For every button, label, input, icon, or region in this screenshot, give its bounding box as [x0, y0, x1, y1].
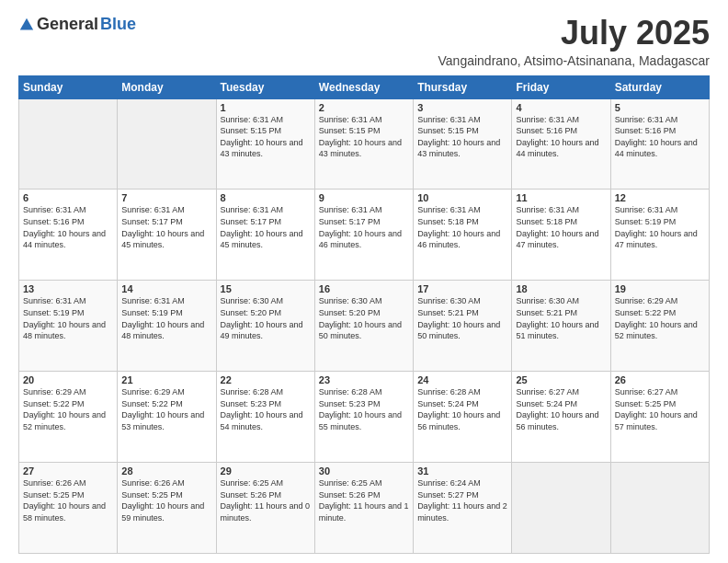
day-detail: Sunrise: 6:31 AM Sunset: 5:15 PM Dayligh…: [221, 114, 311, 160]
day-detail: Sunrise: 6:29 AM Sunset: 5:22 PM Dayligh…: [121, 386, 211, 432]
day-detail: Sunrise: 6:31 AM Sunset: 5:15 PM Dayligh…: [319, 114, 409, 160]
calendar-cell: 6Sunrise: 6:31 AM Sunset: 5:16 PM Daylig…: [19, 190, 118, 281]
day-number: 10: [417, 192, 507, 203]
calendar-cell: 1Sunrise: 6:31 AM Sunset: 5:15 PM Daylig…: [216, 98, 314, 190]
calendar-cell: 25Sunrise: 6:27 AM Sunset: 5:24 PM Dayli…: [512, 372, 610, 463]
calendar-header-tuesday: Tuesday: [216, 75, 314, 98]
day-number: 13: [23, 283, 113, 294]
main-title: July 2025: [438, 15, 710, 52]
calendar-cell: 15Sunrise: 6:30 AM Sunset: 5:20 PM Dayli…: [216, 281, 314, 372]
day-number: 18: [516, 283, 606, 294]
day-detail: Sunrise: 6:31 AM Sunset: 5:16 PM Dayligh…: [516, 114, 606, 160]
calendar-cell: 30Sunrise: 6:25 AM Sunset: 5:26 PM Dayli…: [314, 463, 413, 554]
day-number: 15: [221, 283, 311, 294]
day-number: 5: [615, 102, 705, 113]
day-number: 21: [121, 374, 211, 385]
day-detail: Sunrise: 6:30 AM Sunset: 5:21 PM Dayligh…: [516, 295, 606, 341]
day-number: 12: [615, 192, 705, 203]
day-number: 11: [516, 192, 606, 203]
calendar-cell: 14Sunrise: 6:31 AM Sunset: 5:19 PM Dayli…: [118, 281, 216, 372]
day-number: 19: [615, 283, 705, 294]
day-number: 22: [221, 374, 311, 385]
day-detail: Sunrise: 6:28 AM Sunset: 5:24 PM Dayligh…: [417, 386, 507, 432]
calendar-cell: 10Sunrise: 6:31 AM Sunset: 5:18 PM Dayli…: [414, 190, 512, 281]
calendar-cell: 31Sunrise: 6:24 AM Sunset: 5:27 PM Dayli…: [414, 463, 512, 554]
calendar-cell: 18Sunrise: 6:30 AM Sunset: 5:21 PM Dayli…: [512, 281, 610, 372]
calendar-cell: 7Sunrise: 6:31 AM Sunset: 5:17 PM Daylig…: [118, 190, 216, 281]
day-detail: Sunrise: 6:29 AM Sunset: 5:22 PM Dayligh…: [23, 386, 113, 432]
calendar-header-friday: Friday: [512, 75, 610, 98]
day-number: 24: [417, 374, 507, 385]
day-detail: Sunrise: 6:31 AM Sunset: 5:19 PM Dayligh…: [23, 295, 113, 341]
day-detail: Sunrise: 6:29 AM Sunset: 5:22 PM Dayligh…: [615, 295, 705, 341]
calendar-cell: 8Sunrise: 6:31 AM Sunset: 5:17 PM Daylig…: [216, 190, 314, 281]
day-detail: Sunrise: 6:31 AM Sunset: 5:18 PM Dayligh…: [516, 204, 606, 250]
calendar-cell: 2Sunrise: 6:31 AM Sunset: 5:15 PM Daylig…: [314, 98, 413, 190]
logo-blue: Blue: [100, 15, 136, 34]
calendar-header-monday: Monday: [118, 75, 216, 98]
day-number: 17: [417, 283, 507, 294]
day-detail: Sunrise: 6:31 AM Sunset: 5:17 PM Dayligh…: [221, 204, 311, 250]
calendar-cell: 12Sunrise: 6:31 AM Sunset: 5:19 PM Dayli…: [610, 190, 709, 281]
calendar-cell: 26Sunrise: 6:27 AM Sunset: 5:25 PM Dayli…: [610, 372, 709, 463]
day-number: 23: [319, 374, 409, 385]
page: General Blue July 2025 Vangaindrano, Ats…: [0, 0, 728, 563]
svg-marker-0: [20, 17, 33, 29]
header: General Blue July 2025 Vangaindrano, Ats…: [18, 15, 710, 68]
logo: General Blue: [18, 15, 136, 34]
day-number: 7: [121, 192, 211, 203]
calendar-header-saturday: Saturday: [610, 75, 709, 98]
day-detail: Sunrise: 6:27 AM Sunset: 5:25 PM Dayligh…: [615, 386, 705, 432]
calendar-cell: 11Sunrise: 6:31 AM Sunset: 5:18 PM Dayli…: [512, 190, 610, 281]
calendar-header-thursday: Thursday: [414, 75, 512, 98]
day-detail: Sunrise: 6:31 AM Sunset: 5:19 PM Dayligh…: [615, 204, 705, 250]
calendar-week-0: 1Sunrise: 6:31 AM Sunset: 5:15 PM Daylig…: [19, 98, 710, 190]
day-detail: Sunrise: 6:31 AM Sunset: 5:19 PM Dayligh…: [121, 295, 211, 341]
day-detail: Sunrise: 6:31 AM Sunset: 5:15 PM Dayligh…: [417, 114, 507, 160]
calendar-header-row: SundayMondayTuesdayWednesdayThursdayFrid…: [19, 75, 710, 98]
day-number: 9: [319, 192, 409, 203]
calendar-cell: 19Sunrise: 6:29 AM Sunset: 5:22 PM Dayli…: [610, 281, 709, 372]
calendar-week-4: 27Sunrise: 6:26 AM Sunset: 5:25 PM Dayli…: [19, 463, 710, 554]
calendar-cell: [512, 463, 610, 554]
calendar-cell: 4Sunrise: 6:31 AM Sunset: 5:16 PM Daylig…: [512, 98, 610, 190]
logo-general: General: [37, 15, 98, 34]
day-detail: Sunrise: 6:30 AM Sunset: 5:20 PM Dayligh…: [319, 295, 409, 341]
day-number: 6: [23, 192, 113, 203]
day-number: 14: [121, 283, 211, 294]
day-detail: Sunrise: 6:31 AM Sunset: 5:17 PM Dayligh…: [121, 204, 211, 250]
day-number: 25: [516, 374, 606, 385]
calendar: SundayMondayTuesdayWednesdayThursdayFrid…: [18, 75, 710, 554]
calendar-week-1: 6Sunrise: 6:31 AM Sunset: 5:16 PM Daylig…: [19, 190, 710, 281]
calendar-cell: 16Sunrise: 6:30 AM Sunset: 5:20 PM Dayli…: [314, 281, 413, 372]
day-number: 27: [23, 465, 113, 477]
calendar-cell: 22Sunrise: 6:28 AM Sunset: 5:23 PM Dayli…: [216, 372, 314, 463]
day-detail: Sunrise: 6:30 AM Sunset: 5:21 PM Dayligh…: [417, 295, 507, 341]
calendar-cell: 24Sunrise: 6:28 AM Sunset: 5:24 PM Dayli…: [414, 372, 512, 463]
calendar-header-wednesday: Wednesday: [314, 75, 413, 98]
calendar-cell: 13Sunrise: 6:31 AM Sunset: 5:19 PM Dayli…: [19, 281, 118, 372]
day-detail: Sunrise: 6:31 AM Sunset: 5:18 PM Dayligh…: [417, 204, 507, 250]
day-detail: Sunrise: 6:31 AM Sunset: 5:17 PM Dayligh…: [319, 204, 409, 250]
calendar-cell: 28Sunrise: 6:26 AM Sunset: 5:25 PM Dayli…: [118, 463, 216, 554]
day-detail: Sunrise: 6:27 AM Sunset: 5:24 PM Dayligh…: [516, 386, 606, 432]
day-number: 8: [221, 192, 311, 203]
title-section: July 2025 Vangaindrano, Atsimo-Atsinanan…: [438, 15, 710, 68]
calendar-cell: 3Sunrise: 6:31 AM Sunset: 5:15 PM Daylig…: [414, 98, 512, 190]
day-detail: Sunrise: 6:25 AM Sunset: 5:26 PM Dayligh…: [221, 477, 311, 523]
calendar-cell: 5Sunrise: 6:31 AM Sunset: 5:16 PM Daylig…: [610, 98, 709, 190]
day-detail: Sunrise: 6:26 AM Sunset: 5:25 PM Dayligh…: [121, 477, 211, 523]
day-detail: Sunrise: 6:31 AM Sunset: 5:16 PM Dayligh…: [23, 204, 113, 250]
calendar-cell: [19, 98, 118, 190]
day-detail: Sunrise: 6:26 AM Sunset: 5:25 PM Dayligh…: [23, 477, 113, 523]
day-number: 4: [516, 102, 606, 113]
day-number: 30: [319, 465, 409, 477]
calendar-cell: 27Sunrise: 6:26 AM Sunset: 5:25 PM Dayli…: [19, 463, 118, 554]
calendar-cell: 21Sunrise: 6:29 AM Sunset: 5:22 PM Dayli…: [118, 372, 216, 463]
calendar-cell: 20Sunrise: 6:29 AM Sunset: 5:22 PM Dayli…: [19, 372, 118, 463]
calendar-week-3: 20Sunrise: 6:29 AM Sunset: 5:22 PM Dayli…: [19, 372, 710, 463]
calendar-cell: 17Sunrise: 6:30 AM Sunset: 5:21 PM Dayli…: [414, 281, 512, 372]
day-number: 31: [417, 465, 507, 477]
day-number: 29: [221, 465, 311, 477]
day-number: 16: [319, 283, 409, 294]
